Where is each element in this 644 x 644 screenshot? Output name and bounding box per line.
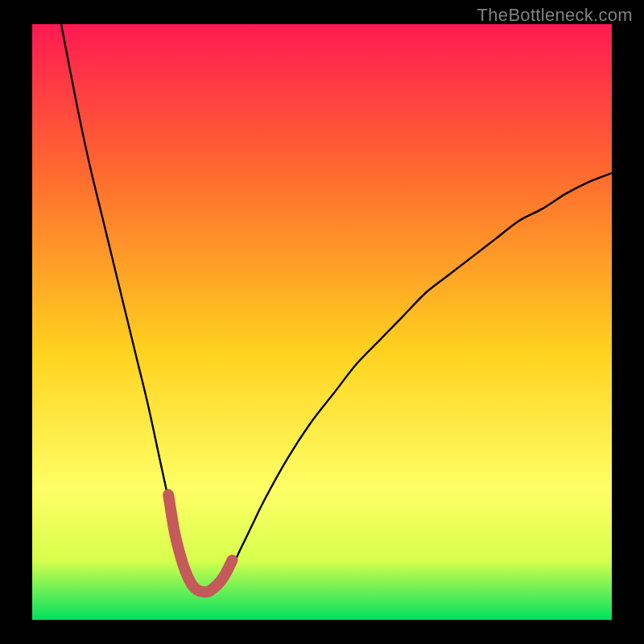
chart-svg <box>0 0 644 644</box>
chart-frame: { "watermark": "TheBottleneck.com", "col… <box>0 0 644 644</box>
watermark: TheBottleneck.com <box>477 5 633 26</box>
plot-area <box>32 24 612 620</box>
